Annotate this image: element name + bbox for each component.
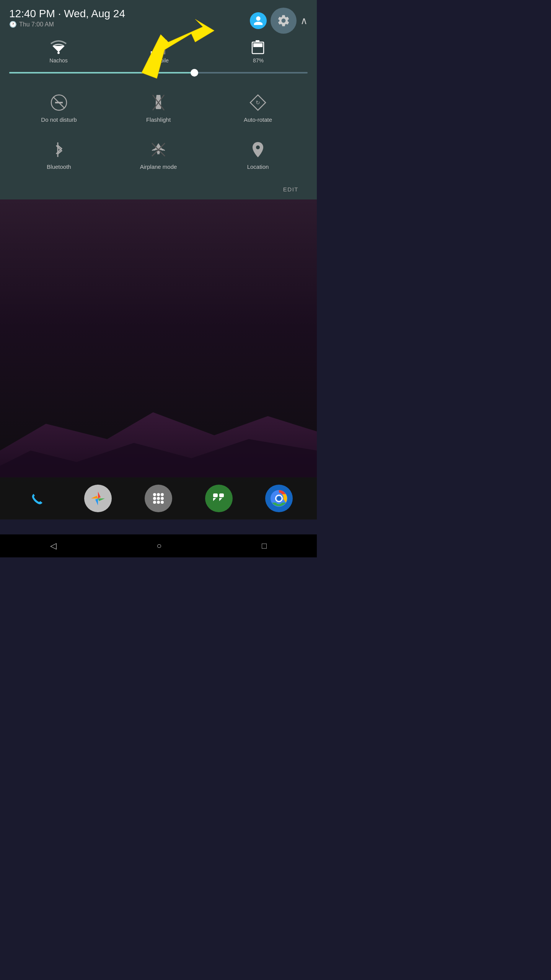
svg-rect-6: [158, 45, 161, 54]
svg-marker-43: [213, 498, 216, 501]
tile-location-label: Location: [247, 163, 269, 170]
launcher-icon: [150, 490, 166, 506]
datetime-block: 12:40 PM · Wed, Aug 24 🕐 Thu 7:00 AM: [9, 8, 125, 28]
svg-point-35: [153, 497, 156, 500]
tile-auto-rotate[interactable]: ↻ Auto-rotate: [208, 84, 308, 131]
dock-phone-icon[interactable]: [24, 485, 52, 512]
brightness-track[interactable]: [9, 72, 308, 74]
back-button[interactable]: ◁: [50, 541, 57, 551]
battery-label: 87%: [253, 57, 264, 64]
magic-earth-icon: [89, 490, 107, 507]
svg-point-37: [161, 497, 164, 500]
status-items-row: Nachos T-Mobile 87%: [9, 36, 308, 67]
svg-marker-31: [91, 496, 98, 498]
svg-rect-15: [55, 102, 63, 103]
dock-chrome-icon[interactable]: [265, 485, 293, 512]
svg-point-39: [157, 501, 160, 504]
bluetooth-icon: [49, 140, 69, 160]
svg-marker-30: [95, 498, 98, 505]
battery-icon: [249, 40, 267, 55]
dock: [0, 477, 317, 519]
tile-do-not-disturb-label: Do not disturb: [41, 116, 77, 123]
dock-duo-icon[interactable]: [205, 485, 233, 512]
tile-flashlight[interactable]: Flashlight: [109, 84, 208, 131]
tile-bluetooth[interactable]: Bluetooth: [9, 131, 109, 178]
settings-button[interactable]: [271, 8, 297, 34]
quick-settings-grid: Do not disturb Flashlight: [9, 80, 308, 182]
home-screen: [0, 199, 317, 519]
svg-point-48: [277, 497, 281, 500]
svg-point-38: [153, 501, 156, 504]
svg-rect-41: [213, 493, 218, 497]
do-not-disturb-icon: [49, 93, 69, 113]
flashlight-icon: [148, 93, 168, 113]
settings-icon: [277, 14, 290, 28]
svg-text:↻: ↻: [256, 100, 260, 106]
brightness-slider-row: [9, 67, 308, 80]
svg-point-36: [157, 497, 160, 500]
svg-rect-4: [151, 51, 154, 54]
brightness-thumb[interactable]: [191, 69, 198, 77]
svg-point-40: [161, 501, 164, 504]
dock-magic-earth-icon[interactable]: [84, 485, 112, 512]
svg-marker-28: [98, 492, 101, 498]
tile-airplane-mode-label: Airplane mode: [140, 163, 177, 170]
edit-row: EDIT: [9, 182, 308, 199]
svg-point-25: [256, 145, 260, 149]
alarm-icon: 🕐: [9, 21, 17, 28]
airplane-mode-icon: [148, 140, 168, 160]
svg-rect-12: [256, 40, 259, 42]
svg-marker-29: [98, 498, 105, 501]
alarm-row: 🕐 Thu 7:00 AM: [9, 21, 125, 28]
svg-point-34: [161, 493, 164, 496]
location-icon: [248, 140, 268, 160]
svg-rect-11: [253, 43, 262, 47]
alarm-time: Thu 7:00 AM: [19, 21, 54, 28]
mountain-silhouette: [0, 401, 317, 477]
battery-status-tile: 87%: [249, 40, 267, 64]
tile-airplane-mode[interactable]: Airplane mode: [109, 131, 208, 178]
header-icon-group: ∧: [250, 8, 308, 34]
navigation-bar: ◁ ○ □: [0, 534, 317, 557]
svg-marker-2: [52, 46, 65, 52]
panel-header: 12:40 PM · Wed, Aug 24 🕐 Thu 7:00 AM ∧: [9, 8, 308, 34]
recents-button[interactable]: □: [262, 541, 267, 551]
collapse-icon[interactable]: ∧: [300, 15, 308, 27]
signal-icon: [149, 40, 168, 55]
signal-label: T-Mobile: [148, 57, 169, 64]
svg-point-3: [57, 52, 60, 54]
duo-icon: [210, 490, 228, 507]
edit-button[interactable]: EDIT: [283, 186, 298, 193]
svg-point-32: [153, 493, 156, 496]
svg-rect-5: [155, 48, 158, 54]
wifi-icon: [49, 40, 68, 55]
auto-rotate-icon: ↻: [248, 93, 268, 113]
tile-do-not-disturb[interactable]: Do not disturb: [9, 84, 109, 131]
phone-icon: [28, 488, 48, 508]
tile-bluetooth-label: Bluetooth: [47, 163, 71, 170]
svg-rect-42: [219, 493, 224, 497]
time-display: 12:40 PM · Wed, Aug 24: [9, 8, 125, 20]
svg-marker-44: [219, 498, 222, 501]
wifi-label: Nachos: [49, 57, 67, 64]
user-avatar-button[interactable]: [250, 12, 267, 29]
tile-auto-rotate-label: Auto-rotate: [244, 116, 272, 123]
tile-flashlight-label: Flashlight: [146, 116, 171, 123]
user-icon: [253, 15, 264, 26]
home-button[interactable]: ○: [156, 541, 161, 551]
notification-panel: 12:40 PM · Wed, Aug 24 🕐 Thu 7:00 AM ∧: [0, 0, 317, 199]
brightness-fill: [9, 72, 194, 74]
dock-launcher-icon[interactable]: [145, 485, 172, 512]
wifi-status-tile: Nachos: [49, 40, 68, 64]
tile-location[interactable]: Location: [208, 131, 308, 178]
svg-point-33: [157, 493, 160, 496]
signal-status-tile: T-Mobile: [148, 40, 169, 64]
chrome-icon: [269, 488, 289, 508]
